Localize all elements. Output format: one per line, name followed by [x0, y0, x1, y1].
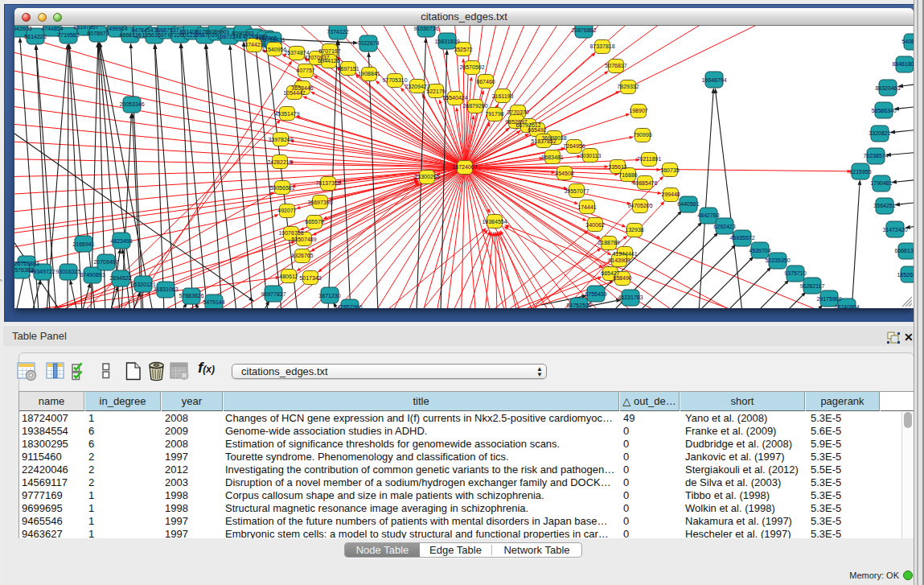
- svg-text:2188789: 2188789: [598, 240, 619, 245]
- svg-text:41944441: 41944441: [612, 251, 637, 257]
- svg-text:26879290: 26879290: [462, 103, 487, 109]
- svg-text:3871230: 3871230: [318, 293, 340, 299]
- svg-text:2166941: 2166941: [72, 241, 94, 247]
- svg-text:1908841: 1908841: [358, 71, 380, 76]
- svg-text:11540956: 11540956: [262, 47, 287, 52]
- svg-text:6707197: 6707197: [318, 48, 340, 54]
- svg-text:3320821: 3320821: [869, 130, 890, 136]
- svg-text:8078673: 8078673: [87, 31, 109, 36]
- svg-text:55540424: 55540424: [442, 95, 467, 101]
- svg-text:790993: 790993: [633, 132, 651, 138]
- svg-text:1326765: 1326765: [291, 253, 313, 258]
- svg-text:335612: 335612: [608, 164, 626, 170]
- svg-text:360735: 360735: [660, 167, 679, 173]
- svg-text:42857966: 42857966: [337, 304, 362, 308]
- svg-text:6944126: 6944126: [318, 58, 339, 64]
- svg-text:76238574: 76238574: [863, 153, 888, 159]
- svg-text:7374122: 7374122: [326, 29, 348, 35]
- svg-text:5408072: 5408072: [901, 39, 914, 44]
- svg-text:2719583: 2719583: [57, 32, 79, 38]
- svg-text:84752529: 84752529: [566, 303, 591, 308]
- svg-text:26753883: 26753883: [14, 261, 39, 266]
- svg-text:87337818: 87337818: [589, 43, 614, 49]
- svg-text:407757: 407757: [296, 68, 314, 73]
- svg-text:53507489: 53507489: [291, 237, 316, 242]
- svg-text:88461803: 88461803: [892, 61, 914, 67]
- svg-text:3770370: 3770370: [507, 109, 528, 115]
- svg-text:858490: 858490: [613, 275, 631, 281]
- svg-text:19384554: 19384554: [482, 219, 507, 225]
- svg-text:522179: 522179: [426, 89, 445, 94]
- svg-text:20570592: 20570592: [459, 64, 484, 70]
- svg-text:18724007: 18724007: [452, 164, 477, 170]
- svg-text:87490893: 87490893: [80, 272, 105, 278]
- svg-text:867460: 867460: [476, 79, 495, 84]
- svg-text:18526544: 18526544: [897, 272, 914, 278]
- svg-text:492077: 492077: [277, 208, 296, 213]
- svg-text:8755439: 8755439: [585, 291, 606, 297]
- svg-text:66661351: 66661351: [894, 248, 914, 253]
- svg-text:28740864: 28740864: [834, 304, 859, 308]
- svg-text:24942603: 24942603: [14, 26, 32, 31]
- svg-text:1790481: 1790481: [870, 180, 892, 186]
- svg-text:9143903: 9143903: [608, 257, 630, 263]
- svg-text:52235350: 52235350: [765, 257, 790, 263]
- svg-text:132938: 132938: [625, 227, 643, 233]
- svg-text:16648794: 16648794: [701, 77, 726, 83]
- svg-text:31831063: 31831063: [153, 286, 178, 292]
- svg-text:352572: 352572: [454, 47, 472, 52]
- svg-text:174441: 174441: [577, 204, 596, 210]
- svg-text:91030736: 91030736: [413, 26, 438, 31]
- svg-text:4668136: 4668136: [119, 32, 141, 38]
- svg-text:4744854: 4744854: [41, 26, 63, 31]
- svg-text:95320121: 95320121: [130, 282, 155, 287]
- svg-text:480612: 480612: [279, 274, 298, 279]
- svg-text:10076758: 10076758: [278, 230, 303, 236]
- svg-text:40885476: 40885476: [632, 180, 657, 186]
- svg-text:198907: 198907: [629, 108, 647, 113]
- svg-text:20876862: 20876862: [571, 27, 596, 33]
- svg-text:340062: 340062: [585, 222, 604, 228]
- svg-text:20709497: 20709497: [93, 259, 118, 265]
- svg-text:33978249: 33978249: [268, 137, 293, 142]
- svg-text:8215955: 8215955: [849, 169, 871, 175]
- svg-text:94705205: 94705205: [627, 203, 652, 208]
- svg-text:3030113: 3030113: [580, 153, 602, 159]
- svg-text:45935572: 45935572: [729, 235, 754, 241]
- svg-text:31472420: 31472420: [882, 227, 907, 233]
- svg-text:36697396: 36697396: [307, 200, 332, 205]
- svg-text:49349722: 49349722: [30, 269, 55, 274]
- svg-text:5479144: 5479144: [203, 299, 224, 305]
- svg-text:2161193: 2161193: [492, 93, 514, 99]
- svg-text:83197857: 83197857: [73, 26, 98, 30]
- svg-text:78137358: 78137358: [315, 180, 340, 186]
- svg-text:96977837: 96977837: [261, 291, 285, 297]
- svg-text:51837852: 51837852: [531, 138, 556, 144]
- svg-text:4539704: 4539704: [749, 248, 770, 253]
- svg-text:70211891: 70211891: [637, 156, 662, 162]
- svg-text:20053346: 20053346: [119, 101, 144, 107]
- svg-text:5017343: 5017343: [299, 275, 321, 281]
- svg-text:5076817: 5076817: [605, 63, 626, 68]
- svg-text:23300295: 23300295: [414, 174, 439, 179]
- svg-text:88320463: 88320463: [875, 85, 900, 91]
- svg-text:791798: 791798: [485, 111, 503, 117]
- svg-text:1499914: 1499914: [105, 26, 127, 31]
- svg-text:93016315: 93016315: [55, 269, 80, 274]
- svg-text:1054447: 1054447: [283, 90, 305, 96]
- svg-text:6440561: 6440561: [677, 201, 699, 207]
- svg-text:665492: 665492: [528, 127, 546, 133]
- svg-text:7022674: 7022674: [357, 40, 379, 46]
- svg-text:39557077: 39557077: [564, 188, 589, 194]
- svg-text:5614226: 5614226: [24, 34, 46, 39]
- svg-text:7829332: 7829332: [617, 84, 639, 89]
- svg-text:716886: 716886: [618, 172, 637, 178]
- svg-text:97705310: 97705310: [382, 77, 407, 83]
- svg-text:7897151: 7897151: [337, 66, 359, 72]
- svg-text:4842788: 4842788: [697, 212, 719, 218]
- svg-text:2694522: 2694522: [109, 275, 131, 281]
- svg-text:45351479: 45351479: [274, 111, 299, 117]
- svg-text:4823498: 4823498: [110, 238, 132, 244]
- svg-text:15831819: 15831819: [434, 39, 459, 44]
- svg-text:13561597: 13561597: [142, 32, 166, 38]
